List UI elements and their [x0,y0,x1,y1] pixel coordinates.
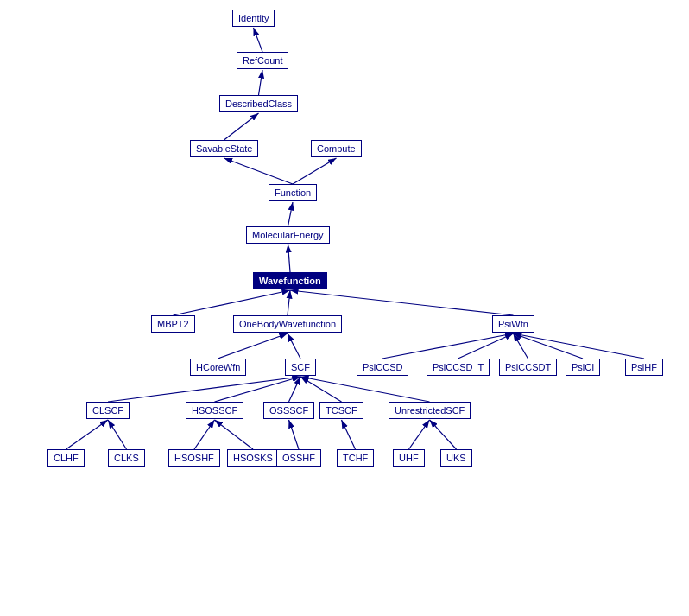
node-psiwfn: PsiWfn [492,315,534,333]
svg-line-5 [293,158,337,184]
class-diagram: IdentityRefCountDescribedClassSavableSta… [0,0,689,616]
node-onebodywavefunction: OneBodyWavefunction [233,315,342,333]
svg-line-30 [430,420,457,449]
svg-line-15 [514,333,528,359]
node-psici: PsiCI [566,359,600,376]
svg-line-16 [514,333,584,359]
node-clhf: CLHF [47,449,85,467]
node-mbpt2: MBPT2 [151,315,195,333]
svg-line-25 [194,420,215,449]
svg-line-24 [108,420,127,449]
node-scf: SCF [285,359,316,376]
node-psiccsd_t: PsiCCSD_T [427,359,490,376]
node-hsosks: HSOSKS [227,449,279,467]
svg-line-23 [66,420,109,449]
node-clks: CLKS [108,449,145,467]
node-clscf: CLSCF [86,402,130,419]
node-hsoshf: HSOSHF [168,449,220,467]
svg-line-3 [224,113,259,140]
node-identity: Identity [232,10,275,27]
node-hsosscf: HSOSSCF [186,402,243,419]
svg-line-4 [224,158,294,184]
node-uks: UKS [440,449,472,467]
node-unrestrictedscf: UnrestrictedSCF [389,402,471,419]
arrows-svg [0,0,689,616]
node-psiccsd: PsiCCSD [357,359,408,376]
svg-line-6 [288,202,294,226]
svg-line-10 [290,290,514,315]
node-psiccsdt: PsiCCSDT [499,359,557,376]
svg-line-9 [288,290,290,315]
svg-line-13 [382,333,514,359]
svg-line-7 [288,244,291,272]
node-uhf: UHF [393,449,425,467]
svg-line-27 [289,420,300,449]
svg-line-11 [218,333,288,359]
svg-line-26 [215,420,254,449]
svg-line-20 [289,377,301,402]
svg-line-28 [342,420,356,449]
node-compute: Compute [311,140,362,157]
svg-line-17 [514,333,645,359]
node-wavefunction: Wavefunction [253,272,327,289]
node-psihf: PsiHF [625,359,663,376]
svg-line-21 [300,377,342,402]
node-savablestate: SavableState [190,140,258,157]
node-tcscf: TCSCF [319,402,363,419]
svg-line-18 [108,377,300,402]
svg-line-2 [259,70,263,95]
svg-line-1 [254,28,263,52]
node-hcorewfn: HCoreWfn [190,359,246,376]
svg-line-29 [409,420,430,449]
node-describedclass: DescribedClass [219,95,298,112]
node-tchf: TCHF [337,449,374,467]
svg-line-12 [288,333,300,359]
node-ossscf: OSSSCF [263,402,314,419]
node-function: Function [269,184,317,201]
svg-line-8 [174,290,291,315]
node-molecularenergy: MolecularEnergy [246,226,330,244]
node-refcount: RefCount [237,52,288,69]
svg-line-19 [215,377,301,402]
svg-line-14 [458,333,514,359]
node-osshf: OSSHF [276,449,321,467]
svg-line-22 [300,377,430,402]
